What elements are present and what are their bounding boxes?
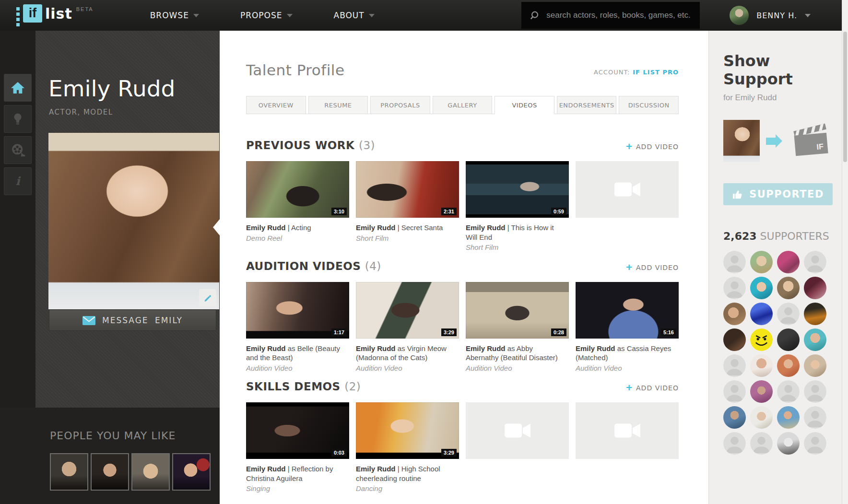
avatar-photo[interactable] — [804, 303, 826, 325]
avatar-smiley[interactable] — [750, 328, 773, 351]
avatar-photo[interactable] — [777, 406, 800, 429]
search-input[interactable] — [546, 11, 691, 20]
avatar-placeholder[interactable] — [723, 380, 746, 403]
chevron-down-icon — [287, 14, 293, 17]
video-thumbnail[interactable]: 3:29 — [356, 282, 459, 339]
person-thumbnail[interactable] — [50, 453, 88, 491]
video-caption: Emily Rudd | Secret SantaShort Film — [356, 223, 459, 243]
edit-photo-button[interactable] — [199, 289, 216, 306]
rail-films-button[interactable] — [4, 136, 32, 164]
tab-resume[interactable]: RESUME — [308, 96, 368, 114]
avatar-photo[interactable] — [804, 354, 826, 377]
nav-item-browse[interactable]: BROWSE — [150, 11, 199, 20]
rail-home-button[interactable] — [4, 74, 32, 102]
tab-overview[interactable]: OVERVIEW — [246, 96, 306, 114]
nav-label: ABOUT — [334, 11, 365, 20]
section-header: AUDITION VIDEOS (4)+ADD VIDEO — [246, 260, 679, 272]
video-placeholder — [466, 402, 569, 459]
avatar-placeholder[interactable] — [723, 277, 746, 299]
video-title-rest: | Acting — [286, 223, 311, 232]
avatar-photo[interactable] — [723, 328, 746, 351]
if-list-logo[interactable]: if list BETA — [16, 4, 94, 26]
avatar-photo[interactable] — [777, 432, 800, 455]
video-thumbnail[interactable]: 3:10 — [246, 161, 349, 218]
duration-badge: 3:29 — [441, 449, 457, 457]
video-title: Emily Rudd as Belle (Beauty and the Beas… — [246, 344, 346, 363]
scrollbar-thumb[interactable] — [843, 32, 847, 162]
video-caption: Emily Rudd as Abby Abernathy (Beatiful D… — [466, 344, 569, 373]
avatar-photo[interactable] — [777, 251, 800, 273]
duration-badge: 1:17 — [331, 328, 347, 336]
avatar-placeholder[interactable] — [804, 380, 826, 403]
avatar-placeholder[interactable] — [723, 432, 746, 455]
video-thumbnail[interactable]: 1:17 — [246, 282, 349, 339]
rail-info-button[interactable]: i — [4, 167, 32, 195]
avatar-photo[interactable] — [777, 328, 800, 351]
add-video-button[interactable]: +ADD VIDEO — [625, 141, 679, 151]
nav-item-about[interactable]: ABOUT — [334, 11, 375, 20]
tab-gallery[interactable]: GALLERY — [433, 96, 493, 114]
video-thumbnail[interactable]: 0:28 — [466, 282, 569, 339]
video-camera-icon — [613, 422, 641, 439]
video-thumbnail[interactable]: 0:03 — [246, 402, 349, 459]
video-subtitle: Singing — [246, 484, 346, 493]
avatar-photo[interactable] — [750, 303, 773, 325]
video-thumbnail[interactable]: 0:59 — [466, 161, 569, 218]
people-thumbs — [50, 453, 220, 491]
add-video-button[interactable]: +ADD VIDEO — [625, 262, 679, 272]
avatar-placeholder[interactable] — [723, 251, 746, 273]
video-placeholder — [576, 161, 679, 218]
person-silhouette-icon — [723, 380, 746, 403]
supported-button[interactable]: SUPPORTED — [723, 183, 833, 205]
video-subtitle: Audition Video — [356, 363, 456, 373]
user-menu[interactable]: BENNY H. — [730, 6, 811, 25]
video-thumbnail[interactable]: 5:16 — [576, 282, 679, 339]
avatar-photo[interactable] — [750, 354, 773, 377]
plus-icon: + — [625, 382, 633, 392]
video-card — [576, 402, 679, 493]
avatar-placeholder[interactable] — [723, 354, 746, 377]
video-card — [466, 402, 569, 493]
avatar-photo[interactable] — [750, 251, 773, 273]
avatar-photo[interactable] — [750, 406, 773, 429]
tab-discussion[interactable]: DISCUSSION — [619, 96, 679, 114]
avatar-placeholder[interactable] — [777, 380, 800, 403]
avatar-photo[interactable] — [723, 406, 746, 429]
home-icon — [10, 80, 26, 96]
tab-videos[interactable]: VIDEOS — [495, 96, 554, 114]
tab-proposals[interactable]: PROPOSALS — [370, 96, 430, 114]
video-sections: PREVIOUS WORK (3)+ADD VIDEO3:10Emily Rud… — [246, 139, 679, 493]
person-thumbnail[interactable] — [131, 453, 170, 491]
video-title-name: Emily Rudd — [356, 465, 396, 473]
video-caption: Emily Rudd | Reflection by Christina Agu… — [246, 464, 349, 493]
tab-endorsements[interactable]: ENDORSEMENTS — [557, 96, 617, 114]
avatar-placeholder[interactable] — [804, 251, 826, 273]
video-thumbnail[interactable]: 2:31 — [356, 161, 459, 218]
video-thumbnail[interactable]: 3:29 — [356, 402, 459, 459]
avatar-photo[interactable] — [777, 354, 800, 377]
talent-photo — [48, 133, 219, 309]
page-scrollbar[interactable] — [842, 0, 848, 504]
video-title: Emily Rudd | This is How it Will End — [466, 223, 566, 242]
avatar-placeholder[interactable] — [750, 432, 773, 455]
add-video-button[interactable]: +ADD VIDEO — [625, 382, 679, 392]
avatar-photo[interactable] — [750, 380, 773, 403]
video-grid: 0:03Emily Rudd | Reflection by Christina… — [246, 402, 679, 493]
video-caption: Emily Rudd as Belle (Beauty and the Beas… — [246, 344, 349, 373]
avatar-photo[interactable] — [804, 277, 826, 299]
avatar-placeholder[interactable] — [777, 303, 800, 325]
rail-ideas-button[interactable] — [4, 105, 32, 133]
avatar-placeholder[interactable] — [804, 406, 826, 429]
avatar-photo[interactable] — [777, 277, 800, 299]
avatar-photo[interactable] — [723, 303, 746, 325]
nav-item-propose[interactable]: PROPOSE — [240, 11, 293, 20]
message-emily-button[interactable]: MESSAGE EMILY — [49, 310, 216, 331]
avatar-placeholder[interactable] — [804, 432, 826, 455]
person-thumbnail[interactable] — [91, 453, 129, 491]
avatar-photo[interactable] — [804, 328, 826, 351]
avatar-photo[interactable] — [750, 277, 773, 299]
person-thumbnail[interactable] — [172, 453, 211, 491]
supporters-count: 2,623 — [723, 230, 757, 242]
video-section: AUDITION VIDEOS (4)+ADD VIDEO1:17Emily R… — [246, 260, 679, 373]
video-card: 0:59Emily Rudd | This is How it Will End… — [466, 161, 569, 252]
